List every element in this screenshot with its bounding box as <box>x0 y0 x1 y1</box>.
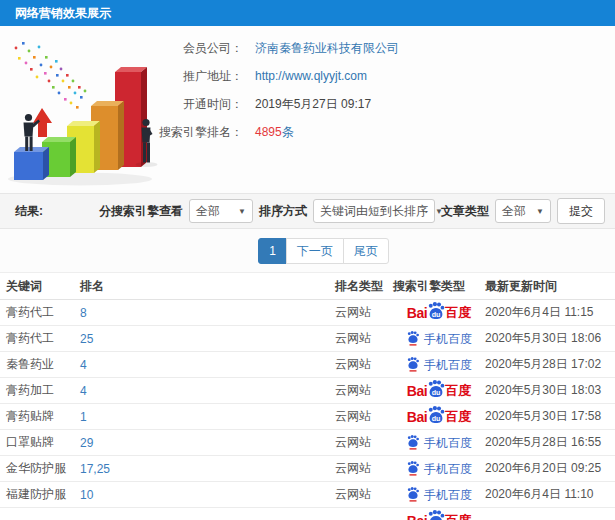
baidu-paw-icon: du <box>426 406 446 424</box>
rank-link[interactable]: 8 <box>80 306 87 320</box>
rank-link[interactable]: 4 <box>80 384 87 398</box>
rank-link[interactable]: 29 <box>80 436 93 450</box>
bar-chart-illustration <box>2 30 174 188</box>
baidu-pc-logo: Bai du 百度 <box>407 302 471 323</box>
rank-cell: 1 <box>80 410 335 424</box>
rank-cell: 17,25 <box>80 462 335 476</box>
confetti-dots <box>15 42 87 109</box>
rank-type-cell: 云网站 <box>335 408 393 425</box>
baidu-pc-logo: Bai du 百度 <box>407 380 471 401</box>
titlebar: 网络营销效果展示 <box>0 0 615 26</box>
baidu-paw-icon: du <box>426 510 446 520</box>
rank-unit: 条 <box>282 125 294 139</box>
baidu-mobile-logo: 手机百度 <box>406 435 472 450</box>
keyword-cell: 福建防护服 <box>0 486 80 503</box>
svg-text:du: du <box>432 415 441 423</box>
rank-cell: 8 <box>80 306 335 320</box>
updated-cell: 2020年5月30日 18:06 <box>485 330 615 347</box>
baidu-mobile-logo: 手机百度 <box>406 357 472 372</box>
rank-cell: 25 <box>80 332 335 346</box>
baidu-paw-icon <box>406 357 420 372</box>
open-time-value: 2019年5月27日 09:17 <box>255 96 371 113</box>
result-label: 结果: <box>15 203 43 220</box>
company-link[interactable]: 济南秦鲁药业科技有限公司 <box>255 40 399 57</box>
submit-button[interactable]: 提交 <box>557 198 605 224</box>
rank-type-cell: 云网站 <box>335 382 393 399</box>
results-table: 关键词 排名 排名类型 搜索引擎类型 最新更新时间 膏药代工 8 云网站 Bai… <box>0 272 615 520</box>
keyword-cell: 秦鲁药业 <box>0 356 80 373</box>
rank-link[interactable]: 10 <box>80 488 93 502</box>
engine-cell: Bai du 百度 <box>393 406 485 427</box>
engine-cell: Bai du 百度 <box>393 435 485 450</box>
engine-rank-value: 4895条 <box>255 124 294 141</box>
baidu-mobile-logo: 手机百度 <box>406 331 472 346</box>
page-button-current[interactable]: 1 <box>258 238 287 264</box>
baidu-paw-icon: du <box>426 302 446 320</box>
sort-label: 排序方式 <box>259 203 307 220</box>
keyword-cell: 金华防护服 <box>0 460 80 477</box>
engine-cell: Bai du 百度 <box>393 510 485 520</box>
baidu-mobile-logo: 手机百度 <box>406 487 472 502</box>
updated-cell: 2020年6月4日 11:15 <box>485 304 615 321</box>
keyword-cell: 膏药代工 <box>0 330 80 347</box>
baidu-paw-icon <box>406 487 420 502</box>
svg-text:du: du <box>432 311 441 319</box>
rank-link[interactable]: 4 <box>80 358 87 372</box>
rank-count: 4895 <box>255 125 282 139</box>
rank-cell: 10 <box>80 488 335 502</box>
table-row: 膏药代工 25 云网站 Bai du 百度 <box>0 326 615 352</box>
baidu-pc-logo: Bai du 百度 <box>407 406 471 427</box>
header-keyword: 关键词 <box>0 278 80 295</box>
rank-type-cell: 云网站 <box>335 486 393 503</box>
member-info-panel: 会员公司： 济南秦鲁药业科技有限公司 推广地址： http://www.qlyy… <box>0 26 615 190</box>
rank-type-cell: 云网站 <box>335 434 393 451</box>
next-page-button[interactable]: 下一页 <box>286 238 344 264</box>
keyword-cell: 膏药代工 <box>0 304 80 321</box>
bar-blue <box>14 147 49 180</box>
table-row: 膏药贴牌 1 云网站 Bai du 百度 <box>0 404 615 430</box>
chevron-down-icon: ▼ <box>231 207 246 216</box>
svg-text:du: du <box>432 389 441 397</box>
table-row: 口罩贴牌 29 云网站 Bai du 百度 <box>0 430 615 456</box>
rank-cell: 4 <box>80 384 335 398</box>
baidu-paw-icon <box>406 461 420 476</box>
table-row: 秦鲁药业 4 云网站 Bai du 百度 <box>0 352 615 378</box>
sort-value: 关键词由短到长排序 <box>320 203 428 220</box>
filter-controls: 分搜索引擎查看 全部 ▼ 排序方式 关键词由短到长排序 ▼ 文章类型 全部 ▼ … <box>99 198 605 224</box>
rank-link[interactable]: 1 <box>80 410 87 424</box>
page-title: 网络营销效果展示 <box>15 5 111 22</box>
last-page-button[interactable]: 尾页 <box>343 238 389 264</box>
engine-cell: Bai du 百度 <box>393 461 485 476</box>
engine-cell: Bai du 百度 <box>393 331 485 346</box>
baidu-paw-icon <box>406 331 420 346</box>
table-row: Bai du 百度 <box>0 508 615 520</box>
rank-cell: 4 <box>80 358 335 372</box>
article-type-select[interactable]: 全部 ▼ <box>495 199 551 223</box>
baidu-pc-logo: Bai du 百度 <box>407 510 471 520</box>
rank-cell: 29 <box>80 436 335 450</box>
header-updated: 最新更新时间 <box>485 278 615 295</box>
updated-cell: 2020年5月30日 17:58 <box>485 408 615 425</box>
rank-link[interactable]: 25 <box>80 332 93 346</box>
header-rank-type: 排名类型 <box>335 278 393 295</box>
keyword-cell: 膏药贴牌 <box>0 408 80 425</box>
table-body: 膏药代工 8 云网站 Bai du 百度 <box>0 300 615 520</box>
rank-type-cell: 云网站 <box>335 304 393 321</box>
table-row: 福建防护服 10 云网站 Bai du 百度 <box>0 482 615 508</box>
header-engine-type: 搜索引擎类型 <box>393 278 485 295</box>
table-header-row: 关键词 排名 排名类型 搜索引擎类型 最新更新时间 <box>0 272 615 300</box>
engine-cell: Bai du 百度 <box>393 302 485 323</box>
header-rank: 排名 <box>80 278 335 295</box>
updated-cell: 2020年5月28日 17:02 <box>485 356 615 373</box>
engine-filter-select[interactable]: 全部 ▼ <box>189 199 253 223</box>
updated-cell: 2020年6月4日 11:10 <box>485 486 615 503</box>
promotion-url-link[interactable]: http://www.qlyyjt.com <box>255 69 367 83</box>
table-row: 膏药加工 4 云网站 Bai du 百度 <box>0 378 615 404</box>
rank-type-cell: 云网站 <box>335 460 393 477</box>
sort-select[interactable]: 关键词由短到长排序 ▼ <box>313 199 435 223</box>
updated-cell: 2020年6月20日 09:25 <box>485 460 615 477</box>
rank-type-cell: 云网站 <box>335 330 393 347</box>
filter-bar: 结果: 分搜索引擎查看 全部 ▼ 排序方式 关键词由短到长排序 ▼ 文章类型 全… <box>0 193 615 229</box>
rank-link[interactable]: 17,25 <box>80 462 110 476</box>
updated-cell: 2020年5月28日 16:55 <box>485 434 615 451</box>
